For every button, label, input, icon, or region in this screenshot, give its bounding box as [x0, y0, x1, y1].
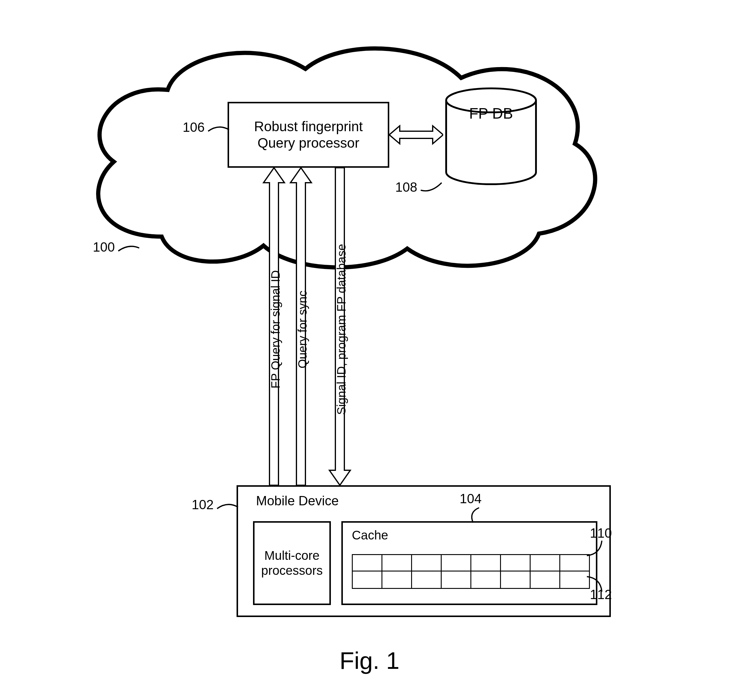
cache-cell — [412, 554, 442, 572]
multi-core-box: Multi-core processors — [253, 521, 331, 605]
mobile-device-box: Mobile Device Multi-core processors Cach… — [237, 485, 611, 617]
cache-cell — [382, 554, 412, 572]
cache-cell — [352, 554, 382, 572]
cache-title: Cache — [352, 528, 388, 543]
leader-112-icon — [585, 575, 609, 593]
cache-cell — [501, 572, 530, 589]
cache-cell — [471, 554, 501, 572]
cache-cell — [412, 572, 442, 589]
leader-108-icon — [419, 177, 443, 195]
leader-104-icon — [467, 506, 491, 524]
query-processor-label: Robust fingerprint Query processor — [254, 118, 363, 151]
cache-cell — [442, 572, 471, 589]
leader-102-icon — [216, 500, 239, 518]
cache-row-top — [352, 554, 590, 572]
arrow-query-sync-label: Query for sync — [296, 216, 309, 443]
cache-cell — [501, 554, 530, 572]
leader-100-icon — [117, 242, 141, 260]
svg-marker-1 — [389, 126, 443, 144]
cache-cell — [352, 572, 382, 589]
cache-cell — [471, 572, 501, 589]
query-processor-box: Robust fingerprint Query processor — [228, 102, 389, 168]
mobile-device-title: Mobile Device — [256, 493, 339, 508]
figure-stage: Robust fingerprint Query processor FP DB… — [0, 0, 739, 700]
fp-db-label: FP DB — [455, 105, 527, 122]
cache-cell — [530, 572, 560, 589]
ref-106: 106 — [183, 120, 204, 135]
arrow-fp-query-label: FP Query for signal ID — [269, 216, 282, 443]
cache-cell — [382, 572, 412, 589]
ref-102: 102 — [192, 497, 213, 512]
cache-cell — [442, 554, 471, 572]
cache-row-bottom — [352, 572, 590, 589]
arrow-signal-id-label: Signal ID, program FP database — [335, 195, 348, 464]
qp-db-arrow-icon — [389, 120, 443, 150]
ref-104: 104 — [460, 491, 482, 506]
fp-db-cylinder — [443, 87, 539, 186]
cache-cell — [530, 554, 560, 572]
leader-110-icon — [585, 539, 609, 557]
ref-110: 110 — [590, 526, 612, 541]
ref-108: 108 — [395, 180, 417, 195]
cache-box: Cache — [341, 521, 597, 605]
leader-106-icon — [207, 122, 231, 140]
ref-100: 100 — [93, 240, 115, 254]
multi-core-label: Multi-core processors — [261, 548, 322, 578]
figure-caption: Fig. 1 — [0, 647, 739, 675]
